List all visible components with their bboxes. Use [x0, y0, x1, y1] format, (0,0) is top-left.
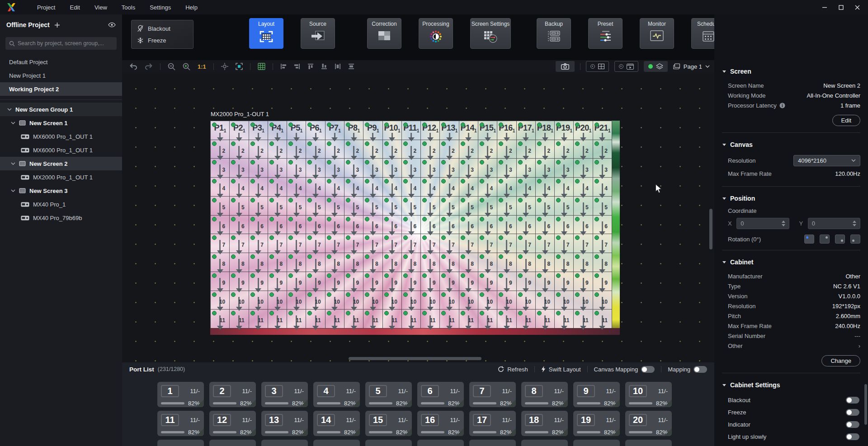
cabinet-cell[interactable]: 6 [459, 216, 478, 235]
rotation-top-right-button[interactable] [820, 235, 830, 244]
menu-settings[interactable]: Settings [142, 3, 178, 12]
cabinet-cell[interactable]: P21 [230, 121, 249, 140]
cabinet-settings-header[interactable]: Cabinet Settings [722, 380, 860, 390]
cabinet-cell[interactable]: 4 [363, 178, 382, 197]
cabinet-cell[interactable]: P51 [287, 121, 306, 140]
cabinet-cell[interactable]: 8 [478, 253, 497, 272]
cabinet-cell[interactable]: 7 [459, 234, 478, 253]
chevron-down-icon[interactable] [11, 162, 15, 165]
cabinet-cell[interactable]: 5 [211, 197, 230, 216]
cabinet-cell[interactable]: 8 [363, 253, 382, 272]
cabinet-cell[interactable]: P61 [306, 121, 325, 140]
cabinet-cell[interactable]: 9 [574, 272, 593, 291]
setting-toggle[interactable] [846, 433, 859, 440]
screenshot-button[interactable] [556, 61, 575, 72]
cabinet-cell[interactable]: 9 [555, 272, 574, 291]
page-selector[interactable]: Page 1 [673, 63, 710, 70]
port-card-15[interactable]: 1511/-82% [365, 411, 412, 436]
cabinet-cell[interactable]: 9 [478, 272, 497, 291]
cabinet-cell[interactable]: 8 [211, 253, 230, 272]
port-card-8[interactable]: 811/-82% [521, 382, 568, 407]
cabinet-cell[interactable]: 4 [211, 178, 230, 197]
port-card-9[interactable]: 911/-82% [573, 382, 620, 407]
port-card-12[interactable]: 1211/-82% [209, 411, 256, 436]
cabinet-cell[interactable]: 4 [574, 178, 593, 197]
port-card-10[interactable]: 1011/-82% [625, 382, 672, 407]
cabinet-cell[interactable]: 11 [555, 310, 574, 329]
zoom-out-icon[interactable] [168, 63, 175, 70]
cabinet-cell[interactable]: 3 [593, 159, 612, 178]
toolbar-button-screen-settings[interactable]: Screen Settings [470, 18, 511, 49]
screen-preview[interactable]: P11P21P31P41P51P61P71P81P91P101P111P121P… [210, 121, 620, 335]
fit-selection-icon[interactable] [236, 63, 243, 70]
cabinet-cell[interactable]: 7 [326, 234, 344, 253]
menu-edit[interactable]: Edit [62, 3, 87, 12]
cabinet-cell[interactable]: 11 [402, 310, 421, 329]
cabinet-cell[interactable]: 6 [536, 216, 555, 235]
cabinet-cell[interactable]: 6 [555, 216, 574, 235]
cabinet-cell[interactable]: 8 [574, 253, 593, 272]
cabinet-cell[interactable]: 11 [497, 310, 516, 329]
setting-toggle[interactable] [846, 397, 859, 404]
cabinet-cell[interactable]: 10 [306, 291, 325, 310]
cabinet-cell[interactable]: 10 [344, 291, 363, 310]
cabinet-cell[interactable]: 10 [287, 291, 306, 310]
project-item-1[interactable]: Default Project [0, 55, 122, 69]
cabinet-cell[interactable]: 3 [249, 159, 268, 178]
cabinet-cell[interactable]: 10 [536, 291, 555, 310]
cabinet-cell[interactable]: 8 [459, 253, 478, 272]
close-button[interactable] [849, 1, 865, 13]
toolbar-button-backup[interactable]: Backup [537, 18, 571, 49]
cabinet-cell[interactable]: 4 [440, 178, 459, 197]
cabinet-cell[interactable]: 3 [344, 159, 363, 178]
cabinet-cell[interactable]: 10 [326, 291, 344, 310]
port-card-16[interactable]: 1611/-82% [417, 411, 464, 436]
resolution-dropdown[interactable]: 4096*2160 [793, 155, 860, 166]
cabinet-cell[interactable]: 6 [421, 216, 440, 235]
cabinet-cell[interactable]: 5 [593, 197, 612, 216]
align-top-icon[interactable] [307, 63, 314, 70]
cabinet-cell[interactable]: 6 [211, 216, 230, 235]
cabinet-cell[interactable]: 9 [497, 272, 516, 291]
cabinet-cell[interactable]: 4 [249, 178, 268, 197]
cabinet-cell[interactable]: 7 [363, 234, 382, 253]
align-right-icon[interactable] [294, 63, 300, 70]
port-card-6[interactable]: 611/-82% [417, 382, 464, 407]
cabinet-cell[interactable]: P201 [574, 121, 593, 140]
position-section-header[interactable]: Position [722, 193, 860, 204]
center-view-icon[interactable] [221, 63, 228, 70]
cabinet-cell[interactable]: 3 [459, 159, 478, 178]
cabinet-cell[interactable]: 5 [478, 197, 497, 216]
cabinet-cell[interactable]: 8 [497, 253, 516, 272]
cabinet-cell[interactable]: 11 [287, 310, 306, 329]
cabinet-cell[interactable]: 10 [478, 291, 497, 310]
cabinet-cell[interactable]: P81 [344, 121, 363, 140]
cabinet-cell[interactable]: P181 [536, 121, 555, 140]
cabinet-cell[interactable]: P121 [421, 121, 440, 140]
cabinet-cell[interactable]: 7 [593, 234, 612, 253]
cabinet-cell[interactable]: 4 [306, 178, 325, 197]
cabinet-cell[interactable]: 7 [402, 234, 421, 253]
cabinet-cell[interactable]: 8 [249, 253, 268, 272]
port-card-1[interactable]: 111/-82% [157, 382, 204, 407]
cabinet-cell[interactable]: P71 [326, 121, 344, 140]
cabinet-cell[interactable]: 5 [287, 197, 306, 216]
stepper-arrows[interactable] [853, 221, 856, 226]
cabinet-cell[interactable]: P161 [497, 121, 516, 140]
search-box[interactable] [5, 37, 117, 50]
cabinet-cell[interactable]: 5 [421, 197, 440, 216]
tree-screen-1[interactable]: New Screen 1 [0, 116, 122, 130]
cabinet-cell[interactable]: P141 [459, 121, 478, 140]
cabinet-cell[interactable]: 3 [383, 159, 402, 178]
cabinet-cell[interactable]: 11 [230, 310, 249, 329]
cabinet-cell[interactable]: 4 [287, 178, 306, 197]
tree-device-3-2[interactable]: MX40 Pro_79b69b [0, 211, 122, 225]
cabinet-cell[interactable]: 8 [555, 253, 574, 272]
cabinet-section-header[interactable]: Cabinet [722, 257, 860, 268]
swift-layout-button[interactable]: Swift Layout [541, 366, 581, 373]
cabinet-cell[interactable]: 11 [536, 310, 555, 329]
align-left-icon[interactable] [280, 63, 287, 70]
cabinet-cell[interactable]: 6 [440, 216, 459, 235]
cabinet-cell[interactable]: P41 [268, 121, 287, 140]
cabinet-cell[interactable]: 8 [268, 253, 287, 272]
